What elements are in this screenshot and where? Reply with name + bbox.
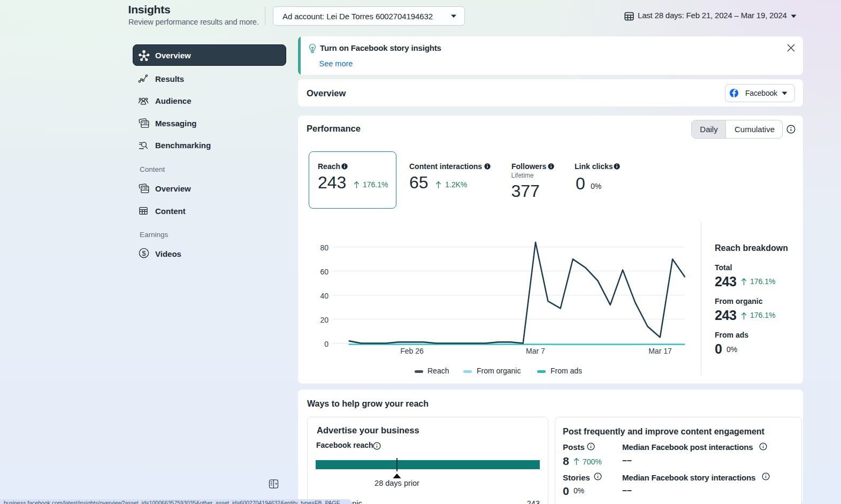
svg-text:$: $ [142,249,146,257]
